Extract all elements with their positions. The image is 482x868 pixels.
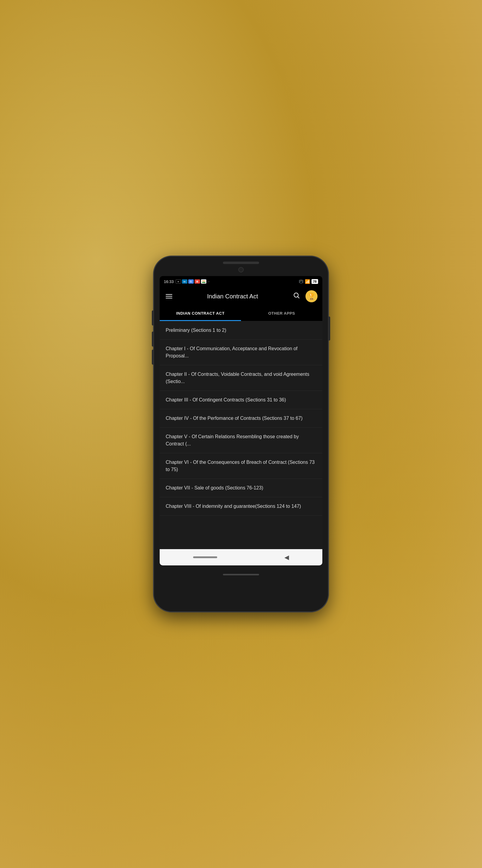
avatar-emoji: 🏆: [308, 293, 315, 300]
more-notifications-icon: ···: [207, 280, 210, 283]
hamburger-line-3: [166, 298, 172, 299]
status-time: 16:33 × in G ⊞ 🇮🇳 ···: [164, 279, 210, 284]
india-icon: 🇮🇳: [201, 279, 206, 284]
chapter-text: Chapter VII - Sale of goods (Sections 76…: [166, 484, 316, 492]
battery-indicator: 78: [312, 279, 318, 284]
chapter-text: Chapter VIII - Of indemnity and guarante…: [166, 503, 316, 510]
phone-screen: 16:33 × in G ⊞ 🇮🇳 ··· 📳 📶 78: [160, 276, 322, 565]
bluetooth-icon: 📶: [305, 279, 310, 284]
status-right-icons: 📳 📶 78: [299, 279, 318, 284]
bottom-bar: [223, 574, 259, 575]
home-pill-button[interactable]: [193, 556, 217, 558]
phone-bottom: [223, 565, 259, 584]
chapter-text: Preliminary (Sections 1 to 2): [166, 327, 316, 334]
chapters-list: Preliminary (Sections 1 to 2) Chapter I …: [160, 321, 322, 549]
back-button[interactable]: ◀: [284, 554, 289, 561]
search-button[interactable]: [292, 290, 301, 302]
battery-percent: 78: [313, 280, 317, 283]
chapter-text: Chapter II - Of Contracts, Voidable Cont…: [166, 371, 316, 385]
app-title: Indian Contract Act: [178, 293, 287, 300]
list-item[interactable]: Chapter III - Of Contingent Contracts (S…: [160, 391, 322, 409]
list-item[interactable]: Chapter VIII - Of indemnity and guarante…: [160, 497, 322, 516]
list-item[interactable]: Chapter I - Of Communication, Acceptance…: [160, 340, 322, 365]
phone-speaker: [223, 261, 259, 264]
chapter-text: Chapter IV - Of the Perfomance of Contra…: [166, 415, 316, 422]
hamburger-line-1: [166, 294, 172, 295]
tab-label-other: OTHER APPS: [268, 311, 295, 315]
app-bar: Indian Contract Act 🏆: [160, 287, 322, 306]
phone-camera: [238, 267, 244, 273]
list-item[interactable]: Chapter VII - Sale of goods (Sections 76…: [160, 479, 322, 497]
close-notification-icon: ×: [175, 279, 181, 284]
time-display: 16:33: [164, 279, 174, 284]
vibrate-icon: 📳: [299, 279, 303, 284]
navigation-bar: ◀: [160, 549, 322, 565]
chapter-text: Chapter VI - Of the Consequences of Brea…: [166, 459, 316, 473]
tab-indian-contract-act[interactable]: INDIAN CONTRACT ACT: [160, 306, 241, 321]
menu-button[interactable]: [164, 293, 173, 300]
chapter-text: Chapter I - Of Communication, Acceptance…: [166, 345, 316, 360]
list-item[interactable]: Chapter V - Of Certain Relations Resembl…: [160, 428, 322, 453]
hamburger-line-2: [166, 296, 172, 297]
list-item[interactable]: Preliminary (Sections 1 to 2): [160, 321, 322, 340]
grid-icon: ⊞: [195, 279, 200, 284]
chapter-text: Chapter V - Of Certain Relations Resembl…: [166, 433, 316, 447]
tab-label-main: INDIAN CONTRACT ACT: [176, 311, 225, 315]
notification-icons: × in G ⊞ 🇮🇳 ···: [175, 279, 210, 284]
list-item[interactable]: Chapter VI - Of the Consequences of Brea…: [160, 453, 322, 479]
tab-other-apps[interactable]: OTHER APPS: [241, 306, 322, 321]
tab-bar: INDIAN CONTRACT ACT OTHER APPS: [160, 306, 322, 321]
status-bar: 16:33 × in G ⊞ 🇮🇳 ··· 📳 📶 78: [160, 276, 322, 287]
user-avatar[interactable]: 🏆: [306, 290, 318, 302]
phone-device: 16:33 × in G ⊞ 🇮🇳 ··· 📳 📶 78: [154, 256, 328, 612]
chapter-text: Chapter III - Of Contingent Contracts (S…: [166, 396, 316, 404]
svg-line-1: [298, 297, 299, 299]
linkedin-icon: in: [182, 279, 187, 284]
google-icon: G: [188, 279, 194, 284]
list-item[interactable]: Chapter IV - Of the Perfomance of Contra…: [160, 409, 322, 428]
list-item[interactable]: Chapter II - Of Contracts, Voidable Cont…: [160, 365, 322, 391]
